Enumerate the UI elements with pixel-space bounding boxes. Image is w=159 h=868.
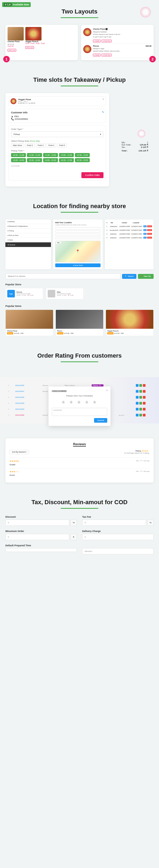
qty-value: 1 <box>147 141 148 144</box>
qty-label: Qty : <box>122 141 126 144</box>
store-card[interactable]: GharSan Francisco CA USA★ 5.00 · ⏱ 0:25 … <box>46 288 84 299</box>
edit-button[interactable]: Edit <box>144 237 147 239</box>
delete-button[interactable]: Delete <box>147 237 152 239</box>
time-slot-pill[interactable]: 12:30 - 13:00 <box>75 153 90 157</box>
add-to-cart-button[interactable]: Add to cart <box>25 46 34 49</box>
item-tags: ● Extra cheese ● peri sauce ● cap sic... <box>93 33 152 35</box>
pizza-thumb <box>10 98 16 104</box>
edit-button[interactable]: Edit <box>144 229 147 231</box>
pickup-time-label: Pickup Time * <box>11 150 104 152</box>
time-slot-pill[interactable]: 16:00 - 16:30 <box>43 158 58 162</box>
item-card[interactable]: Veggie Pizza $Gerona★ 3.0 (0) · ₹125 <box>106 310 154 336</box>
rating-stars[interactable]: ★ ★ ★ ★ ★ <box>52 399 107 405</box>
tax-label: Tax : <box>122 146 126 149</box>
edit-customer-icon[interactable]: ✎ <box>102 111 104 114</box>
table-header: title <box>111 222 121 223</box>
near-me-button[interactable]: 📍 Near Me <box>138 274 154 279</box>
time-slot-pill[interactable]: 15:30 - 16:00 <box>27 158 42 162</box>
time-slot-pill[interactable]: 14:00 - 14:30 <box>11 158 26 162</box>
order-now-button[interactable]: ● Order Now <box>102 40 112 42</box>
modal-close-button[interactable]: × <box>106 389 108 392</box>
comments-textarea[interactable]: comments <box>52 408 107 416</box>
order-now-button[interactable]: ● Order Now <box>102 54 112 56</box>
time-slot-pill[interactable]: 11:00 - 11:30 <box>27 153 42 157</box>
pickup-area-pill[interactable]: Point 3 <box>36 143 45 147</box>
time-slot-pill[interactable]: 22:30 - 23:00 <box>75 158 90 162</box>
time-slot-pill[interactable]: 10:30 - 11:00 <box>11 153 26 157</box>
sidebar-menu-item[interactable]: ● Restaurant Configurations <box>5 224 51 228</box>
item-sub: Allergens: Eggs <box>93 48 144 50</box>
delete-button[interactable]: Delete <box>147 225 152 227</box>
setting-input[interactable]: 0 <box>82 534 154 540</box>
form-label: Default Prepared Time <box>5 544 77 547</box>
feedback-prompt: Please Give Your Feedback <box>52 395 107 397</box>
details-button[interactable]: ● Details <box>93 40 101 42</box>
item-title: Veggie Pizza $ <box>25 40 45 42</box>
search-button[interactable]: 🔍 Search <box>122 274 136 279</box>
tax-value: 3.125 ₹ <box>141 146 148 149</box>
pickup-area-pill[interactable]: Point 4 <box>46 143 56 147</box>
comments-label: comments <box>11 165 104 167</box>
submit-button[interactable]: Submit <box>94 418 107 423</box>
input-suffix: $ <box>70 534 77 540</box>
decoration-circle <box>137 129 146 138</box>
form-group: Discount0% <box>5 516 77 526</box>
review-item: ★★★★★Great!Alex · ⏱ 1 day ago <box>9 458 150 468</box>
pickup-area-pill[interactable]: Point 5 <box>57 143 67 147</box>
sidebar-menu-item[interactable]: ● Timing <box>5 228 51 233</box>
time-slot-pill[interactable]: 12:00 - 12:30 <box>59 153 74 157</box>
review-item: ★★★☆☆GoodAlex · ⏱ 1 day ago <box>9 468 150 478</box>
location-input[interactable] <box>55 227 101 229</box>
delete-button[interactable]: Delete <box>147 229 152 231</box>
map-preview[interactable]: Map 📍 <box>55 241 101 262</box>
feedback-modal: #2021019532 × Please Give Your Feedback … <box>48 386 111 426</box>
remove-item-button[interactable]: × <box>103 98 104 101</box>
table-row: 3dfxfdfxdxfx23.00254717259723.0025471725… <box>107 232 152 236</box>
pizza-image <box>83 28 91 36</box>
form-label: Delivery Charge <box>82 530 154 532</box>
reviews-panel: Reviews Sort By Newest ▾ Rating ★★★★☆ 3.… <box>5 438 154 483</box>
setting-input[interactable]: 0 <box>5 520 69 526</box>
item-card[interactable]: Cheese PizzaGerona★ 3.0 (0) · ₹125 <box>5 310 53 336</box>
details-button[interactable]: ● Details <box>93 54 101 56</box>
sidebar-menu-item[interactable]: ● News <box>5 238 51 242</box>
location-input[interactable] <box>55 230 101 232</box>
time-slot-pill[interactable]: 11:30 - 12:00 <box>43 153 58 157</box>
save-detail-button[interactable]: ● Save Detail <box>55 264 101 267</box>
edit-button[interactable]: Edit <box>144 233 147 235</box>
confirm-order-button[interactable]: Confirm Oder <box>81 172 104 178</box>
setting-input[interactable]: Minutes <box>82 548 154 554</box>
subtotal-value: 125.00 ₹ <box>140 144 148 146</box>
sidebar-menu-item[interactable]: ● Delivery <box>5 219 51 224</box>
setting-input[interactable]: 0 <box>5 534 69 540</box>
location-input[interactable] <box>55 234 101 236</box>
sort-select[interactable]: Sort By Newest ▾ <box>9 450 29 454</box>
pickup-area-pill[interactable]: Main Store <box>11 143 24 147</box>
item-title: Cheese Pizza <box>7 40 24 42</box>
location-input[interactable] <box>55 237 101 239</box>
setting-input[interactable]: 0 <box>82 520 146 526</box>
add-to-cart-button[interactable]: Add to cart <box>7 49 16 52</box>
pickup-area-label: Select Pickup Area Show Map <box>11 140 104 142</box>
form-group: Minutes <box>82 544 154 554</box>
sidebar-menu-item[interactable]: ⚙ General <box>5 242 51 247</box>
item-card[interactable]: PiecesGerona★ 3.0 (0) · ₹125 <box>55 310 104 336</box>
form-label: Tax Fee <box>82 516 154 518</box>
edit-button[interactable]: Edit <box>144 225 147 227</box>
sidebar-menu-item[interactable]: ● Pick up Point <box>5 233 51 238</box>
table-header: Latitude <box>122 222 132 223</box>
customer-phone: 📞 2154165891 <box>11 118 104 120</box>
store-search-input[interactable] <box>5 273 120 279</box>
time-slot-pill[interactable]: 16:30 - 17:00 <box>59 158 74 162</box>
delete-button[interactable]: Delete <box>147 233 152 235</box>
popular-items-heading: Popular Items <box>5 305 154 307</box>
setting-input[interactable] <box>5 548 77 552</box>
order-config-box: Order Type * Pickup▾ Select Pickup Area … <box>9 125 106 181</box>
order-type-select[interactable]: Pickup▾ <box>11 131 104 137</box>
store-card[interactable]: logoGeronaSan Francisco CA USA★ 5.00 · ⏱… <box>5 288 43 299</box>
location-form: Add Your Location Location will help to … <box>53 219 103 269</box>
underline <box>61 212 98 213</box>
order-type-label: Order Type * <box>11 128 104 130</box>
pickup-area-pill[interactable]: Point 2 <box>25 143 35 147</box>
show-map-link[interactable]: Show Map <box>30 140 40 142</box>
